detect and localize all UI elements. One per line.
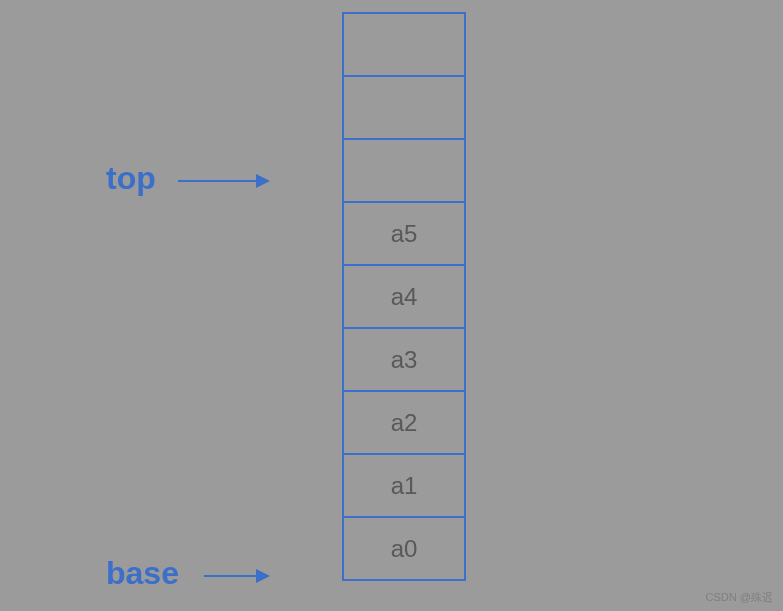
top-pointer-label: top: [106, 160, 156, 197]
stack-cell: a1: [342, 453, 466, 518]
stack-cell: a2: [342, 390, 466, 455]
stack-cell: a3: [342, 327, 466, 392]
stack-cell: [342, 75, 466, 140]
watermark-text: CSDN @殊迟: [706, 590, 773, 605]
base-pointer-label: base: [106, 555, 179, 592]
stack-cell: a0: [342, 516, 466, 581]
stack-cell: a4: [342, 264, 466, 329]
stack-cell: a5: [342, 201, 466, 266]
top-pointer-arrow: [178, 180, 268, 182]
stack-cell: [342, 138, 466, 203]
stack-cell: [342, 12, 466, 77]
base-pointer-arrow: [204, 575, 268, 577]
stack-container: a5 a4 a3 a2 a1 a0: [342, 12, 466, 581]
